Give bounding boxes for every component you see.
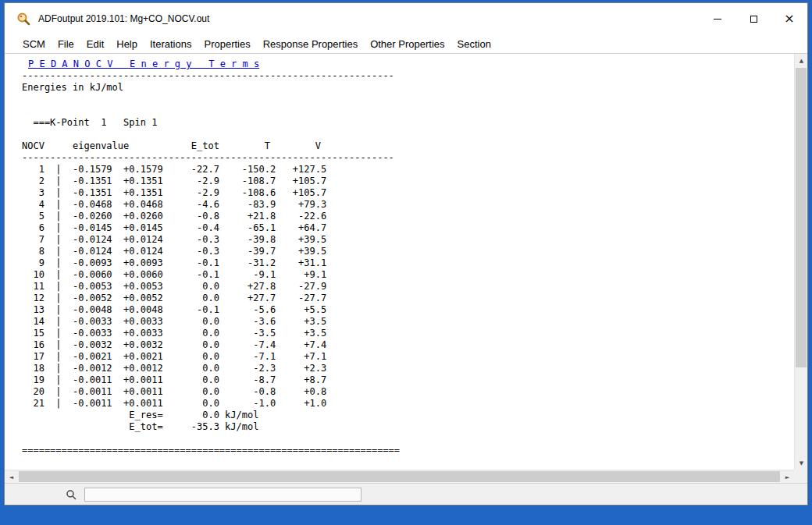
close-button[interactable]: × — [771, 3, 807, 34]
output-line: ===K-Point 1 Spin 1 — [22, 117, 794, 129]
window-title: ADFoutput 2019.101: Mg+CO_NOCV.out — [38, 13, 209, 24]
maximize-button[interactable] — [735, 3, 771, 34]
output-line — [22, 105, 794, 117]
output-line: 19 | -0.0011 +0.0011 0.0 -8.7 +8.7 — [22, 374, 794, 386]
output-line: ----------------------------------------… — [22, 70, 794, 82]
output-line: ========================================… — [22, 445, 794, 456]
output-line: 9 | -0.0093 +0.0093 -0.1 -31.2 +31.1 — [22, 257, 794, 269]
output-line: 15 | -0.0033 +0.0033 0.0 -3.5 +3.5 — [22, 328, 794, 339]
content-area: P E D A N O C V E n e r g y T e r m s --… — [5, 53, 807, 483]
output-line: E_tot= -35.3 kJ/mol — [22, 421, 794, 433]
output-line: 16 | -0.0032 +0.0032 0.0 -7.4 +7.4 — [22, 339, 794, 351]
output-line — [22, 94, 794, 105]
output-line: 21 | -0.0011 +0.0011 0.0 -1.0 +1.0 — [22, 398, 794, 410]
menu-item-section[interactable]: Section — [451, 38, 497, 50]
scroll-down-icon[interactable]: ▼ — [795, 456, 808, 470]
output-line: 5 | -0.0260 +0.0260 -0.8 +21.8 -22.6 — [22, 211, 794, 222]
horizontal-scroll-thumb[interactable] — [19, 471, 780, 482]
output-text: ----------------------------------------… — [22, 70, 794, 456]
output-line: E_res= 0.0 kJ/mol — [22, 410, 794, 421]
section-link-pedanocv-energy-terms[interactable]: P E D A N O C V E n e r g y T e r m s — [22, 59, 794, 70]
output-line — [22, 129, 794, 140]
output-pane: P E D A N O C V E n e r g y T e r m s --… — [5, 54, 794, 470]
output-line: 3 | -0.1351 +0.1351 -2.9 -108.6 +105.7 — [22, 187, 794, 199]
maximize-icon — [750, 16, 757, 23]
menu-item-iterations[interactable]: Iterations — [144, 38, 198, 50]
search-bar — [5, 483, 807, 505]
output-line: 20 | -0.0011 +0.0011 0.0 -0.8 +0.8 — [22, 386, 794, 398]
vertical-scroll-thumb[interactable] — [796, 68, 807, 367]
output-line: Energies in kJ/mol — [22, 82, 794, 94]
menu-bar: SCM File Edit Help Iterations Properties… — [5, 34, 807, 53]
title-bar: ADFoutput 2019.101: Mg+CO_NOCV.out × — [5, 3, 807, 34]
scroll-right-icon[interactable]: ► — [781, 470, 794, 484]
menu-item-properties[interactable]: Properties — [198, 38, 256, 50]
scroll-left-icon[interactable]: ◄ — [5, 470, 18, 484]
output-line: 7 | -0.0124 +0.0124 -0.3 -39.8 +39.5 — [22, 234, 794, 246]
output-line: 4 | -0.0468 +0.0468 -4.6 -83.9 +79.3 — [22, 199, 794, 211]
output-line: 10 | -0.0060 +0.0060 -0.1 -9.1 +9.1 — [22, 269, 794, 281]
output-line: 2 | -0.1351 +0.1351 -2.9 -108.7 +105.7 — [22, 176, 794, 187]
menu-item-response-properties[interactable]: Response Properties — [257, 38, 364, 50]
minimize-button[interactable] — [700, 3, 735, 34]
output-line: NOCV eigenvalue E_tot T V — [22, 140, 794, 152]
menu-item-scm[interactable]: SCM — [16, 38, 52, 50]
output-line: 8 | -0.0124 +0.0124 -0.3 -39.7 +39.5 — [22, 246, 794, 257]
search-input[interactable] — [84, 488, 361, 502]
close-icon: × — [784, 12, 794, 25]
menu-item-file[interactable]: File — [52, 38, 80, 50]
output-line: 13 | -0.0048 +0.0048 -0.1 -5.6 +5.5 — [22, 304, 794, 316]
output-line: 14 | -0.0033 +0.0033 0.0 -3.6 +3.5 — [22, 316, 794, 328]
output-line: 17 | -0.0021 +0.0021 0.0 -7.1 +7.1 — [22, 351, 794, 363]
horizontal-scrollbar[interactable]: ◄ ► — [5, 470, 794, 483]
output-line: 18 | -0.0012 +0.0012 0.0 -2.3 +2.3 — [22, 363, 794, 374]
menu-item-help[interactable]: Help — [110, 38, 144, 50]
scrollbar-corner — [794, 470, 807, 483]
vertical-scrollbar[interactable]: ▲ ▼ — [794, 54, 807, 470]
output-line: 6 | -0.0145 +0.0145 -0.4 -65.1 +64.7 — [22, 222, 794, 234]
app-window: ADFoutput 2019.101: Mg+CO_NOCV.out × SCM… — [4, 2, 808, 505]
caption-buttons: × — [700, 3, 807, 34]
output-line: 11 | -0.0053 +0.0053 0.0 +27.8 -27.9 — [22, 281, 794, 293]
search-icon — [66, 489, 77, 500]
scroll-up-icon[interactable]: ▲ — [795, 54, 808, 67]
output-line: 1 | -0.1579 +0.1579 -22.7 -150.2 +127.5 — [22, 164, 794, 176]
menu-item-other-properties[interactable]: Other Properties — [364, 38, 451, 50]
output-line — [22, 433, 794, 445]
app-magnifier-icon[interactable] — [16, 11, 31, 27]
output-line: 12 | -0.0052 +0.0052 0.0 +27.7 -27.7 — [22, 293, 794, 304]
output-line: ----------------------------------------… — [22, 152, 794, 164]
minimize-icon — [714, 19, 721, 20]
menu-item-edit[interactable]: Edit — [80, 38, 110, 50]
